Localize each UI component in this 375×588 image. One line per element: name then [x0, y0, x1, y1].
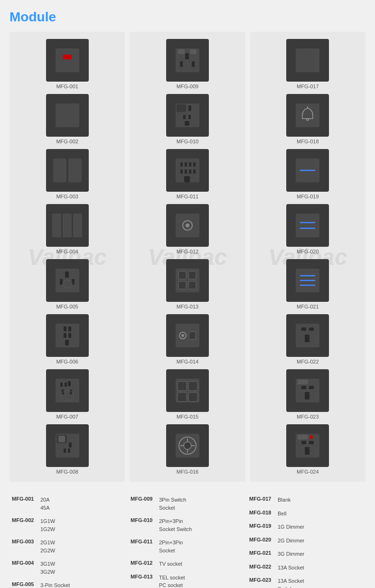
svg-rect-100	[305, 392, 309, 400]
svg-rect-43	[185, 121, 189, 126]
module-mfg-010: MFG-010	[166, 94, 209, 144]
module-mfg-022: MFG-022	[286, 314, 329, 364]
module-mfg-002: MFG-002	[46, 94, 89, 144]
module-mfg-012: MFG-012	[166, 204, 209, 254]
svg-rect-93	[301, 327, 306, 331]
module-mfg-020: MFG-020	[286, 204, 329, 254]
svg-rect-42	[188, 115, 191, 119]
svg-rect-2	[56, 103, 79, 127]
svg-rect-61	[188, 281, 196, 289]
column-3: Vallpac MFG-017 MFG-	[250, 32, 366, 482]
module-mfg-018: MFG-018	[286, 94, 329, 144]
svg-rect-21	[65, 383, 67, 387]
info-row-mfg-002: MFG-002 1G1W1G2W	[12, 517, 126, 533]
svg-rect-7	[73, 214, 82, 237]
svg-rect-17	[68, 333, 71, 338]
module-mfg-007: MFG-007	[46, 369, 89, 420]
label-mfg-015: MFG-015	[177, 414, 198, 420]
svg-rect-95	[305, 335, 309, 342]
svg-rect-48	[193, 162, 196, 167]
svg-rect-22	[68, 381, 71, 386]
svg-point-73	[184, 442, 191, 449]
module-mfg-009: MFG-009	[166, 39, 209, 89]
info-section: MFG-001 20A45A MFG-002 1G1W1G2W MFG-003 …	[9, 496, 366, 588]
page-title: Module	[9, 9, 366, 25]
label-mfg-003: MFG-003	[56, 194, 78, 199]
svg-rect-99	[309, 386, 314, 389]
info-row-mfg-003: MFG-003 2G1W2G2W	[12, 539, 126, 554]
svg-rect-16	[64, 333, 66, 338]
module-mfg-003: MFG-003	[46, 149, 89, 199]
svg-rect-104	[301, 441, 306, 444]
info-row-mfg-018: MFG-018 Bell	[249, 510, 363, 518]
svg-rect-78	[296, 48, 319, 72]
module-mfg-014: MFG-014	[166, 314, 209, 364]
svg-rect-52	[193, 169, 196, 174]
info-row-mfg-005: MFG-005 3-Pin Socket	[12, 581, 126, 588]
svg-rect-45	[180, 162, 183, 167]
label-mfg-023: MFG-023	[297, 414, 319, 420]
info-row-mfg-021: MFG-021 3G Dimmer	[249, 550, 363, 558]
label-mfg-009: MFG-009	[177, 84, 198, 89]
svg-rect-9	[65, 271, 69, 278]
info-row-mfg-010: MFG-010 2Pin+3PinSocket Switch	[131, 517, 244, 533]
info-row-mfg-001: MFG-001 20A45A	[12, 496, 126, 512]
svg-rect-6	[63, 214, 72, 237]
label-mfg-012: MFG-012	[177, 249, 198, 254]
svg-rect-14	[64, 327, 66, 331]
module-mfg-004: MFG-004	[46, 204, 89, 254]
svg-rect-97	[298, 380, 308, 384]
svg-rect-58	[178, 271, 186, 279]
svg-rect-50	[185, 169, 187, 174]
svg-rect-69	[178, 392, 187, 401]
svg-rect-30	[64, 448, 66, 453]
svg-rect-103	[310, 435, 313, 439]
label-mfg-006: MFG-006	[56, 359, 78, 364]
module-mfg-013: MFG-013	[166, 259, 209, 309]
svg-rect-5	[52, 214, 61, 237]
svg-rect-47	[189, 162, 191, 167]
module-mfg-024: MFG-024	[286, 424, 329, 475]
svg-rect-15	[68, 327, 71, 331]
info-row-mfg-004: MFG-004 3G1W3G2W	[12, 560, 126, 576]
svg-point-56	[186, 224, 189, 227]
info-row-mfg-012: MFG-012 TV socket	[131, 560, 244, 568]
svg-rect-46	[185, 162, 187, 167]
info-row-mfg-017: MFG-017 Blank	[249, 496, 363, 504]
label-mfg-021: MFG-021	[297, 304, 319, 309]
svg-rect-67	[178, 382, 187, 391]
module-mfg-021: MFG-021	[286, 259, 329, 309]
svg-rect-106	[305, 447, 309, 455]
svg-rect-39	[177, 104, 186, 112]
svg-rect-59	[188, 271, 196, 279]
column-2: Vallpac MFG-009	[130, 32, 245, 482]
module-mfg-015: MFG-015	[166, 369, 209, 420]
label-mfg-017: MFG-017	[297, 84, 319, 89]
svg-rect-85	[296, 214, 319, 237]
info-col-2: MFG-009 3Pin SwitchSocket MFG-010 2Pin+3…	[128, 496, 247, 588]
svg-rect-18	[65, 340, 69, 345]
svg-rect-3	[53, 159, 66, 182]
info-col-3: MFG-017 Blank MFG-018 Bell MFG-019 1G Di…	[247, 496, 366, 588]
label-mfg-019: MFG-019	[297, 194, 319, 199]
module-mfg-005: MFG-005	[46, 259, 89, 309]
info-row-mfg-013: MFG-013 TEL socketPC socket	[131, 574, 244, 588]
info-col-1: MFG-001 20A45A MFG-002 1G1W1G2W MFG-003 …	[9, 496, 128, 588]
label-mfg-014: MFG-014	[177, 359, 198, 364]
svg-rect-60	[178, 281, 186, 289]
module-mfg-006: MFG-006	[46, 314, 89, 364]
svg-rect-70	[188, 392, 197, 401]
svg-rect-37	[192, 61, 195, 67]
svg-rect-10	[60, 279, 63, 285]
label-mfg-024: MFG-024	[297, 469, 319, 475]
module-mfg-008: MFG-008	[46, 424, 89, 475]
svg-rect-34	[190, 49, 197, 54]
info-row-mfg-011: MFG-011 2Pin+3PinSocket	[131, 539, 244, 554]
info-row-mfg-023: MFG-023 13A SocketSwitch	[249, 577, 363, 588]
label-mfg-010: MFG-010	[177, 139, 198, 144]
label-mfg-004: MFG-004	[56, 249, 78, 254]
column-1: Vallpac MFG-001 MFG-002	[9, 32, 125, 482]
svg-rect-1	[63, 55, 72, 59]
svg-point-64	[181, 334, 184, 337]
svg-rect-35	[185, 53, 189, 59]
